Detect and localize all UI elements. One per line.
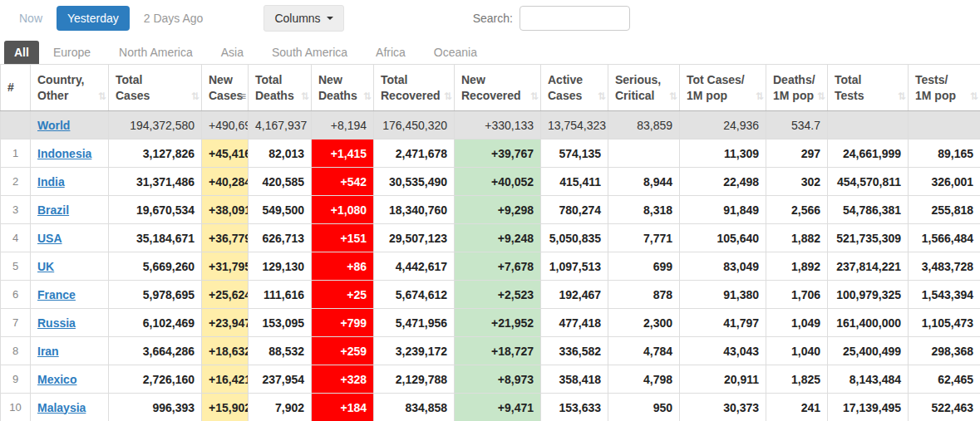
continent-tab-europe[interactable]: Europe bbox=[39, 41, 105, 64]
cell-tot-cases-1m: 20,911 bbox=[680, 365, 766, 394]
header-line1: Deaths/ bbox=[773, 72, 820, 88]
country-cell: USA bbox=[31, 224, 109, 252]
sort-both-icon: ⇅ bbox=[970, 91, 977, 102]
cell-active-cases: 13,754,323 bbox=[541, 111, 608, 140]
cell-new-deaths: +328 bbox=[312, 365, 374, 394]
continent-tab-africa[interactable]: Africa bbox=[362, 41, 420, 64]
column-header-deaths-1m-pop[interactable]: Deaths/1M pop⇅ bbox=[766, 65, 828, 111]
column-header-serious-critical[interactable]: Serious,Critical⇅ bbox=[608, 65, 680, 111]
continent-tab-oceania[interactable]: Oceania bbox=[420, 41, 491, 64]
columns-button-label: Columns bbox=[274, 12, 320, 25]
cell-tests-1m: 522,463 bbox=[909, 394, 980, 421]
header-line2: Critical bbox=[615, 88, 672, 104]
time-tab-now[interactable]: Now bbox=[8, 6, 53, 31]
country-link[interactable]: Brazil bbox=[37, 203, 69, 217]
country-link[interactable]: France bbox=[37, 288, 76, 301]
cell-tot-cases-1m: 91,849 bbox=[680, 196, 766, 224]
column-header-total-deaths[interactable]: TotalDeaths⇅ bbox=[249, 65, 312, 111]
cell-new-deaths: +25 bbox=[312, 281, 374, 309]
column-header-tot-cases-1m-pop[interactable]: Tot Cases/1M pop⇅ bbox=[680, 65, 766, 111]
country-link[interactable]: Iran bbox=[37, 345, 59, 358]
column-header-new-recovered[interactable]: NewRecovered⇅ bbox=[455, 65, 541, 111]
column-header-total-cases[interactable]: TotalCases⇅ bbox=[109, 65, 202, 111]
country-link[interactable]: Malaysia bbox=[37, 401, 86, 414]
cell-tests-1m: 1,543,394 bbox=[909, 281, 980, 309]
continent-tab-asia[interactable]: Asia bbox=[207, 41, 258, 64]
cell-new-deaths: +86 bbox=[312, 252, 374, 281]
time-tab-yesterday[interactable]: Yesterday bbox=[57, 6, 130, 31]
cell-new-deaths: +1,080 bbox=[312, 196, 374, 224]
cell-new-cases: +40,284 bbox=[202, 168, 249, 196]
cell-total-tests: 25,400,499 bbox=[828, 337, 909, 365]
cell-deaths-1m: 241 bbox=[766, 394, 828, 421]
country-link[interactable]: UK bbox=[37, 260, 54, 273]
column-header-total-tests[interactable]: TotalTests⇅ bbox=[828, 65, 909, 111]
cell-serious-critical: 699 bbox=[608, 252, 680, 281]
continent-tab-all[interactable]: All bbox=[4, 41, 39, 64]
cell-total-tests: 17,139,495 bbox=[828, 394, 909, 421]
header-line1: New bbox=[318, 72, 367, 88]
cell-new-recovered: +9,471 bbox=[455, 394, 541, 421]
country-link[interactable]: India bbox=[37, 175, 65, 188]
cell-serious-critical: 4,798 bbox=[608, 365, 680, 394]
cell-total-deaths: 4,167,937 bbox=[249, 111, 312, 140]
header-line1: Active bbox=[548, 72, 601, 88]
caret-down-icon bbox=[327, 17, 333, 20]
cell-tests-1m: 1,105,473 bbox=[909, 309, 980, 337]
cell-new-cases: +45,416 bbox=[202, 140, 249, 168]
cell-new-recovered: +40,052 bbox=[455, 168, 541, 196]
header-line2: Deaths bbox=[255, 88, 304, 104]
covid-stats-table: #Country,Other⇅TotalCases⇅NewCases↓≡Tota… bbox=[0, 64, 980, 421]
cell-tot-cases-1m: 83,049 bbox=[680, 252, 766, 281]
cell-new-deaths: +259 bbox=[312, 337, 374, 365]
cell-tot-cases-1m: 11,309 bbox=[680, 140, 766, 168]
continent-tab-north-america[interactable]: North America bbox=[105, 41, 207, 64]
cell-new-cases: +15,902 bbox=[202, 394, 249, 421]
cell-deaths-1m: 2,566 bbox=[766, 196, 828, 224]
country-cell: Mexico bbox=[31, 365, 109, 394]
table-row: 8 Iran 3,664,286 +18,632 88,532 +259 3,2… bbox=[1, 337, 980, 365]
column-header-total-recovered[interactable]: TotalRecovered⇅ bbox=[374, 65, 455, 111]
country-link[interactable]: World bbox=[37, 119, 70, 132]
rank-cell: 5 bbox=[1, 252, 31, 281]
header-line1: Total bbox=[835, 72, 901, 88]
country-link[interactable]: Indonesia bbox=[37, 147, 91, 160]
country-cell: World bbox=[31, 111, 109, 140]
country-link[interactable]: Russia bbox=[37, 316, 76, 330]
column-header-new-cases[interactable]: NewCases↓≡ bbox=[202, 65, 249, 111]
column-header-tests-1m-pop[interactable]: Tests/1M pop⇅ bbox=[909, 65, 980, 111]
table-row: 3 Brazil 19,670,534 +38,091 549,500 +1,0… bbox=[1, 196, 980, 224]
header-line2: Deaths bbox=[318, 88, 367, 104]
cell-tests-1m: 89,165 bbox=[909, 140, 980, 168]
search-input[interactable] bbox=[520, 6, 630, 31]
cell-tests-1m: 1,566,484 bbox=[909, 224, 980, 252]
cell-total-tests: 24,661,999 bbox=[828, 140, 909, 168]
rank-cell: 1 bbox=[1, 140, 31, 168]
cell-total-cases: 31,371,486 bbox=[109, 168, 202, 196]
rank-cell: 4 bbox=[1, 224, 31, 252]
cell-active-cases: 780,274 bbox=[541, 196, 608, 224]
cell-total-cases: 35,184,671 bbox=[109, 224, 202, 252]
country-link[interactable]: USA bbox=[37, 232, 62, 245]
cell-total-deaths: 420,585 bbox=[249, 168, 312, 196]
country-cell: Russia bbox=[31, 309, 109, 337]
rank-cell: 2 bbox=[1, 168, 31, 196]
column-header-new-deaths[interactable]: NewDeaths⇅ bbox=[312, 65, 374, 111]
country-link[interactable]: Mexico bbox=[37, 373, 76, 386]
cell-new-cases: +490,698 bbox=[202, 111, 249, 140]
cell-deaths-1m: 1,049 bbox=[766, 309, 828, 337]
columns-button[interactable]: Columns bbox=[263, 5, 343, 32]
cell-tot-cases-1m: 43,043 bbox=[680, 337, 766, 365]
continent-tab-south-america[interactable]: South America bbox=[258, 41, 362, 64]
cell-total-recovered: 3,239,172 bbox=[374, 337, 455, 365]
country-cell: France bbox=[31, 281, 109, 309]
time-tab-2-days-ago[interactable]: 2 Days Ago bbox=[133, 6, 214, 31]
search-label: Search: bbox=[473, 12, 513, 25]
cell-new-deaths: +799 bbox=[312, 309, 374, 337]
cell-total-tests: 521,735,309 bbox=[828, 224, 909, 252]
column-header-country[interactable]: Country,Other⇅ bbox=[31, 65, 109, 111]
cell-new-recovered: +39,767 bbox=[455, 140, 541, 168]
cell-deaths-1m: 302 bbox=[766, 168, 828, 196]
column-header-active-cases[interactable]: ActiveCases⇅ bbox=[541, 65, 608, 111]
cell-total-recovered: 2,129,788 bbox=[374, 365, 455, 394]
